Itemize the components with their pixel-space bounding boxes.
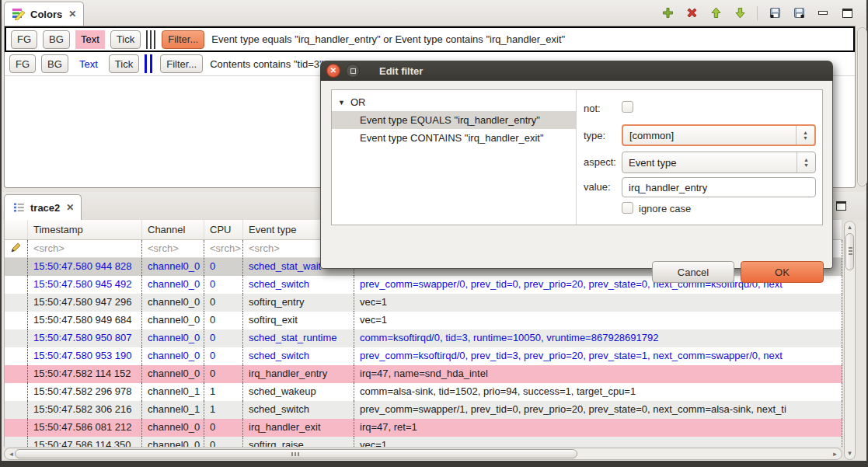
close-tab-icon[interactable]: ✕ <box>68 9 76 19</box>
search-input-timestamp[interactable]: <srch> <box>28 240 142 257</box>
close-tab-icon[interactable]: ✕ <box>66 202 74 213</box>
cpu-cell: 0 <box>204 365 243 383</box>
filter-button[interactable]: Filter... <box>162 30 204 49</box>
event-type-cell: irq_handler_entry <box>243 365 354 383</box>
event-row[interactable]: 15:50:47.580 947 296 channel0_0 0 softir… <box>5 294 842 312</box>
contents-cell: irq=47, ret=1 <box>354 419 842 437</box>
tab-colors[interactable]: Colors ✕ <box>4 2 84 26</box>
marker-cell <box>5 383 28 401</box>
channel-cell: channel0_0 <box>142 258 204 276</box>
dialog-close-icon[interactable]: ✕ <box>326 64 340 78</box>
search-input-channel[interactable]: <srch> <box>142 240 204 257</box>
dialog-restore-icon[interactable] <box>346 64 360 78</box>
channel-cell: channel0_0 <box>142 437 204 447</box>
maximize-view-icon[interactable] <box>840 6 854 20</box>
tree-item-label: Event type CONTAINS "irq_handler_exit" <box>360 132 544 144</box>
timestamp-cell: 15:50:47.582 306 216 <box>28 401 142 419</box>
event-row[interactable]: 15:50:47.582 296 978 channel0_1 1 sched_… <box>5 383 842 401</box>
event-row[interactable]: 15:50:47.580 950 807 channel0_0 0 sched_… <box>5 329 842 347</box>
not-label: not: <box>584 103 601 114</box>
event-row[interactable]: 15:50:47.580 953 190 channel0_0 0 sched_… <box>5 347 842 365</box>
bg-button[interactable]: BG <box>43 30 70 49</box>
export-colors-icon[interactable] <box>768 6 782 20</box>
contents-cell: prev_comm=ksoftirqd/0, prev_tid=3, prev_… <box>354 347 842 365</box>
trace2-tab-label: trace2 <box>30 202 60 214</box>
tree-item-equals[interactable]: Event type EQUALS "irq_handler_entry" <box>332 111 576 129</box>
maximize-view-icon[interactable] <box>834 199 848 213</box>
marker-cell <box>5 276 28 294</box>
event-row[interactable]: 15:50:47.586 081 212 channel0_0 0 irq_ha… <box>5 419 842 437</box>
scroll-right-icon[interactable]: ▸ <box>831 450 839 458</box>
import-colors-icon[interactable] <box>792 6 806 20</box>
move-up-icon[interactable] <box>709 6 723 20</box>
filter-button[interactable]: Filter... <box>160 54 203 73</box>
marker-cell <box>5 437 28 447</box>
column-header-channel[interactable]: Channel <box>142 220 204 239</box>
ignore-case-checkbox[interactable] <box>622 202 633 214</box>
contents-cell: comm=alsa-sink, tid=1502, prio=94, succe… <box>354 383 842 401</box>
column-header-timestamp[interactable]: Timestamp <box>28 220 142 239</box>
timestamp-cell: 15:50:47.586 081 212 <box>28 419 142 437</box>
column-header-marker[interactable] <box>5 220 28 239</box>
contents-cell: comm=ksoftirqd/0, tid=3, runtime=10050, … <box>354 329 842 347</box>
delete-color-button[interactable] <box>685 6 699 20</box>
timestamp-cell: 15:50:47.580 947 296 <box>28 294 142 312</box>
cpu-cell: 0 <box>204 347 243 365</box>
expand-triangle-icon[interactable]: ▼ <box>338 99 345 106</box>
channel-cell: channel0_1 <box>142 383 204 401</box>
search-input-cpu[interactable]: <srch> <box>204 240 243 257</box>
type-label: type: <box>584 130 605 141</box>
channel-cell: channel0_0 <box>142 294 204 312</box>
vertical-scrollbar-thumb[interactable] <box>845 233 854 270</box>
value-input-text: irq_handler_entry <box>629 182 707 193</box>
type-combo[interactable]: [common] ▲▼ <box>622 124 816 146</box>
spinner-arrows-icon[interactable]: ▲▼ <box>797 152 815 173</box>
aspect-combo-value: Event type <box>629 157 676 169</box>
cancel-button[interactable]: Cancel <box>652 261 734 283</box>
minimize-view-icon[interactable] <box>816 6 830 20</box>
event-type-cell: softirq_raise <box>243 437 354 447</box>
aspect-combo[interactable]: Event type ▲▼ <box>622 152 816 173</box>
add-color-button[interactable] <box>661 6 675 20</box>
ok-button[interactable]: OK <box>741 261 824 283</box>
event-row[interactable]: 15:50:47.586 114 350 channel0_0 0 softir… <box>5 437 842 447</box>
column-header-cpu[interactable]: CPU <box>204 220 243 239</box>
tree-item-contains[interactable]: Event type CONTAINS "irq_handler_exit" <box>332 129 576 147</box>
event-row[interactable]: 15:50:47.580 949 684 channel0_0 0 softir… <box>5 312 842 329</box>
not-checkbox[interactable] <box>622 101 633 113</box>
marker-cell <box>5 329 28 347</box>
channel-cell: channel0_0 <box>142 365 204 383</box>
horizontal-scrollbar[interactable]: ◂ ▸ <box>4 448 842 460</box>
dialog-titlebar[interactable]: ✕ Edit filter <box>320 61 833 81</box>
text-color-chip: Text <box>75 30 105 49</box>
cpu-cell: 1 <box>204 383 243 401</box>
move-down-icon[interactable] <box>733 6 747 20</box>
tree-item-label: Event type EQUALS "irq_handler_entry" <box>360 114 540 126</box>
channel-cell: channel0_0 <box>142 276 204 294</box>
tick-button[interactable]: Tick <box>109 54 139 73</box>
scroll-up-icon[interactable]: ▴ <box>845 223 854 232</box>
horizontal-scrollbar-thumb[interactable] <box>15 449 577 458</box>
cpu-cell: 0 <box>204 258 243 276</box>
value-input[interactable]: irq_handler_entry <box>622 177 816 197</box>
event-row[interactable]: 15:50:47.582 306 216 channel0_1 1 sched_… <box>5 401 842 419</box>
vertical-scrollbar[interactable]: ▴ ▾ <box>844 221 856 460</box>
fg-button[interactable]: FG <box>9 54 36 73</box>
event-row[interactable]: 15:50:47.582 114 152 channel0_0 0 irq_ha… <box>5 365 842 383</box>
event-type-cell: irq_handler_exit <box>243 419 354 437</box>
bg-button[interactable]: BG <box>41 54 68 73</box>
tab-trace2[interactable]: trace2 ✕ <box>4 194 82 220</box>
value-label: value: <box>584 181 611 193</box>
timestamp-cell: 15:50:47.582 114 152 <box>28 365 142 383</box>
scroll-down-icon[interactable]: ▾ <box>845 449 854 458</box>
channel-cell: channel0_0 <box>142 312 204 329</box>
spinner-arrows-icon[interactable]: ▲▼ <box>796 126 814 145</box>
fg-button[interactable]: FG <box>11 30 37 49</box>
colors-scrollbar[interactable] <box>857 27 867 186</box>
tick-button[interactable]: Tick <box>110 30 141 49</box>
cpu-cell: 0 <box>204 276 243 294</box>
cpu-cell: 0 <box>204 294 243 312</box>
tree-node-or[interactable]: ▼ OR <box>332 93 576 111</box>
color-rule-row-1[interactable]: FG BG Text Tick Filter... Event type equ… <box>5 26 855 52</box>
timestamp-cell: 15:50:47.580 950 807 <box>28 329 142 347</box>
